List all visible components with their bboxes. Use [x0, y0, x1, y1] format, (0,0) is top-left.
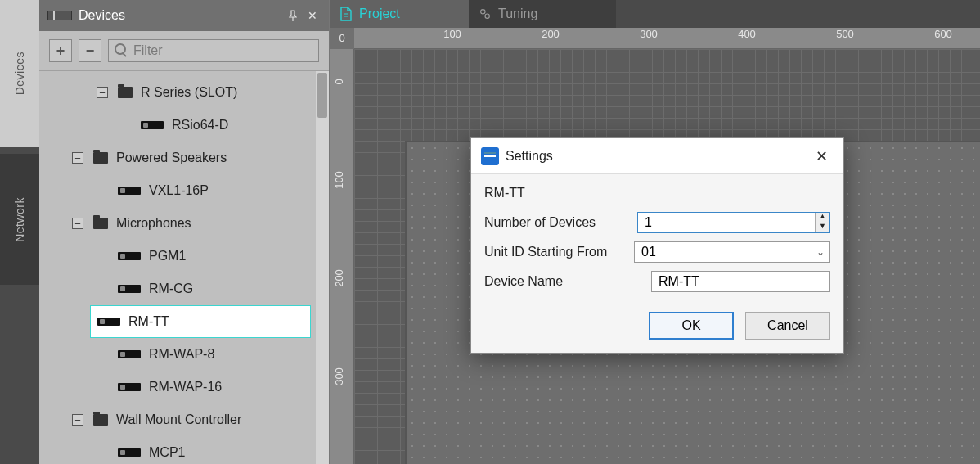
tab-project-label: Project: [359, 7, 400, 21]
settings-dialog: Settings ✕ RM-TT Number of Devices ▲▼ Un…: [470, 137, 844, 354]
tree-node-microphones[interactable]: −Microphones: [39, 207, 329, 240]
close-icon[interactable]: ✕: [809, 144, 834, 169]
tree-node-wall-mount[interactable]: −Wall Mount Controller: [39, 403, 329, 436]
side-tab-network-label: Network: [13, 197, 26, 242]
app-icon: [481, 147, 499, 165]
panel-toolbar: + −: [39, 31, 329, 71]
file-icon: [339, 7, 353, 21]
dialog-context-label: RM-TT: [484, 186, 830, 200]
tab-tuning[interactable]: Tuning: [469, 0, 616, 28]
panel-title: Devices: [79, 8, 125, 23]
collapse-all-button[interactable]: −: [79, 39, 101, 62]
devices-panel: Devices ✕ + − −R Series (SLOT) RSio64-D …: [39, 0, 330, 464]
device-icon: [118, 187, 141, 195]
side-tab-devices-label: Devices: [13, 52, 26, 95]
devices-icon: [47, 11, 72, 20]
tree-item-rm-wap-8[interactable]: RM-WAP-8: [39, 338, 329, 371]
device-icon: [141, 121, 164, 129]
folder-icon: [118, 87, 133, 98]
collapse-icon[interactable]: −: [97, 87, 108, 98]
ok-button[interactable]: OK: [649, 312, 734, 340]
filter-input[interactable]: [108, 39, 319, 62]
unit-id-label: Unit ID Starting From: [484, 245, 634, 259]
folder-icon: [93, 152, 108, 164]
folder-icon: [93, 414, 108, 426]
main-tabs: Project Tuning: [330, 0, 980, 28]
tree-item-rm-wap-16[interactable]: RM-WAP-16: [39, 371, 329, 403]
tree-node-powered-speakers[interactable]: −Powered Speakers: [39, 142, 329, 174]
panel-header: Devices ✕: [39, 0, 329, 31]
unit-id-input[interactable]: [635, 242, 811, 262]
side-tab-network[interactable]: Network: [0, 154, 39, 285]
tab-project[interactable]: Project: [330, 0, 469, 28]
svg-point-0: [481, 10, 485, 14]
gears-icon: [479, 7, 492, 21]
svg-point-1: [485, 14, 489, 18]
tree-node-r-series[interactable]: −R Series (SLOT): [39, 76, 329, 109]
device-icon: [118, 448, 141, 457]
ruler-horizontal: 100 200 300 400 500 600: [354, 28, 980, 49]
dialog-title: Settings: [506, 149, 809, 164]
ruler-vertical: 0 100 200 300: [330, 49, 354, 464]
chevron-down-icon[interactable]: ⌄: [811, 242, 829, 262]
device-name-label: Device Name: [484, 274, 651, 289]
tree-item-vxl1-16p[interactable]: VXL1-16P: [39, 174, 329, 207]
collapse-icon[interactable]: −: [72, 152, 83, 164]
device-icon: [118, 285, 141, 293]
tree-scrollbar[interactable]: [316, 71, 329, 464]
device-icon: [97, 318, 120, 326]
device-icon: [118, 383, 141, 391]
tree-item-pgm1[interactable]: PGM1: [39, 240, 329, 273]
scrollbar-thumb[interactable]: [317, 73, 327, 118]
device-tree: −R Series (SLOT) RSio64-D −Powered Speak…: [39, 71, 329, 464]
device-icon: [118, 252, 141, 260]
tree-item-rm-cg[interactable]: RM-CG: [39, 273, 329, 305]
close-panel-icon[interactable]: ✕: [304, 7, 321, 24]
number-of-devices-label: Number of Devices: [484, 215, 637, 230]
cancel-button[interactable]: Cancel: [745, 312, 830, 340]
tree-item-rm-tt[interactable]: RM-TT: [90, 305, 311, 338]
collapse-icon[interactable]: −: [72, 218, 83, 229]
expand-all-button[interactable]: +: [49, 39, 72, 62]
device-icon: [118, 350, 141, 358]
side-tab-devices[interactable]: Devices: [0, 0, 39, 147]
search-icon: [115, 43, 128, 56]
spin-down-icon[interactable]: ▼: [816, 223, 829, 232]
unit-id-field[interactable]: ⌄: [634, 241, 830, 263]
tab-tuning-label: Tuning: [498, 7, 537, 21]
collapse-icon[interactable]: −: [72, 414, 83, 426]
tree-item-mcp1[interactable]: MCP1: [39, 436, 329, 464]
dialog-titlebar: Settings ✕: [471, 138, 843, 174]
ruler-origin: 0: [330, 28, 354, 49]
tree-item-rsio64d[interactable]: RSio64-D: [39, 109, 329, 142]
number-of-devices-field[interactable]: ▲▼: [637, 212, 830, 233]
pin-icon[interactable]: [285, 7, 301, 24]
folder-icon: [93, 218, 108, 229]
device-name-input[interactable]: [651, 271, 830, 292]
number-of-devices-input[interactable]: [638, 213, 815, 232]
